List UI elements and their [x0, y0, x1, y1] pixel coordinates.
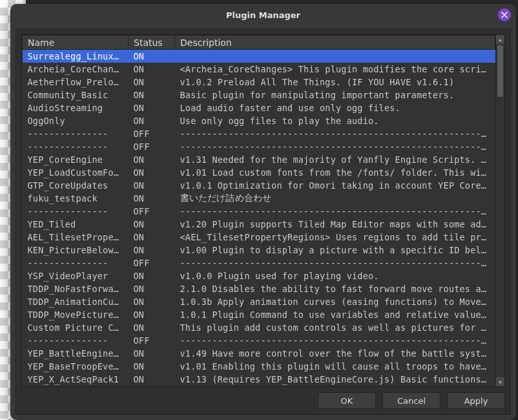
- plugin-status-cell: ON: [129, 89, 175, 101]
- plugin-desc-cell: Basic plugin for manipulating important …: [175, 89, 495, 101]
- plugin-table-scroll[interactable]: Name Status Description Surrealegg_Linux…: [22, 35, 495, 386]
- dialog-footer: OK Cancel Apply: [21, 387, 505, 409]
- plugin-status-cell: OFF: [129, 140, 175, 153]
- plugin-status-cell: ON: [129, 218, 175, 231]
- window-title: Plugin Manager: [226, 10, 300, 20]
- plugin-desc-cell: [175, 50, 495, 63]
- plugin-status-cell: ON: [129, 360, 175, 373]
- plugin-status-cell: ON: [129, 295, 175, 308]
- plugin-status-cell: OFF: [129, 257, 175, 269]
- ok-button[interactable]: OK: [318, 392, 376, 409]
- plugin-desc-cell: v1.31 Needed for the majority of Yanfly …: [175, 153, 495, 166]
- plugin-desc-cell: ----------------------------------------…: [175, 140, 495, 153]
- plugin-status-cell: ON: [129, 373, 175, 386]
- plugin-desc-cell: ----------------------------------------…: [175, 257, 495, 269]
- scrollbar-thumb[interactable]: [497, 45, 503, 97]
- plugin-status-cell: ON: [129, 114, 175, 127]
- plugin-desc-cell: v1.20 Plugin supports Tiled Map Editor m…: [175, 218, 495, 231]
- plugin-desc-cell: v1.0.1 Optimization for Omori taking in …: [175, 179, 495, 192]
- col-header-name[interactable]: Name: [23, 36, 129, 50]
- plugin-status-cell: ON: [129, 282, 175, 295]
- vertical-scrollbar[interactable]: ▴ ▾: [495, 35, 504, 386]
- table-row[interactable]: TDDP_MovePictureExON1.0.1 Plugin Command…: [23, 308, 495, 321]
- table-row[interactable]: YEP_BaseTroopEventsONv1.01 Enabling this…: [23, 360, 495, 373]
- table-row[interactable]: OggOnlyONUse only ogg files to play the …: [23, 114, 495, 127]
- plugin-status-cell: OFF: [129, 205, 175, 218]
- plugin-status-cell: ON: [129, 192, 175, 205]
- table-row[interactable]: ---------------OFF----------------------…: [23, 205, 495, 218]
- scroll-up-button[interactable]: ▴: [496, 35, 504, 44]
- table-row[interactable]: ---------------OFF----------------------…: [23, 140, 495, 153]
- plugin-name-cell: ---------------: [23, 334, 129, 347]
- apply-button[interactable]: Apply: [447, 392, 505, 409]
- plugin-name-cell: TDDP_AnimationCurves: [23, 295, 129, 308]
- plugin-status-cell: ON: [129, 63, 175, 76]
- table-row[interactable]: fuku_testpackON書いただけ詰め合わせ: [23, 192, 495, 205]
- plugin-status-cell: ON: [129, 179, 175, 192]
- plugin-name-cell: TDDP_NoFastForward: [23, 282, 129, 295]
- plugin-status-cell: ON: [129, 231, 175, 244]
- plugin-manager-window: Plugin Manager Name Status Description: [10, 4, 516, 420]
- table-header-row: Name Status Description: [23, 36, 495, 50]
- table-row[interactable]: ---------------OFF----------------------…: [23, 127, 495, 140]
- table-row[interactable]: YED_TiledONv1.20 Plugin supports Tiled M…: [23, 218, 495, 231]
- plugin-desc-cell: 書いただけ詰め合わせ: [175, 192, 495, 205]
- plugin-desc-cell: This plugin add custom controls as well …: [175, 321, 495, 334]
- table-row[interactable]: Community_BasicONBasic plugin for manipu…: [23, 89, 495, 101]
- plugin-desc-cell: v1.49 Have more control over the flow of…: [175, 347, 495, 360]
- plugin-name-cell: KEN_PictureBelowChars: [23, 244, 129, 257]
- table-row[interactable]: Surrealegg_LinuxPatchON: [23, 50, 495, 63]
- plugin-status-cell: ON: [129, 50, 175, 63]
- plugin-desc-cell: v1.0.0 Plugin used for playing video.: [175, 269, 495, 282]
- table-row[interactable]: Archeia_CoreChangesON<Archeia_CoreChange…: [23, 63, 495, 76]
- plugin-desc-cell: ----------------------------------------…: [175, 127, 495, 140]
- table-row[interactable]: ---------------OFF----------------------…: [23, 334, 495, 347]
- plugin-name-cell: Archeia_CoreChanges: [23, 63, 129, 76]
- plugin-name-cell: AEL_TilesetPropertyR…: [23, 231, 129, 244]
- plugin-desc-cell: 2.1.0 Disables the ability to fast forwa…: [175, 282, 495, 295]
- table-row[interactable]: KEN_PictureBelowCharsONv1.00 Plugin to d…: [23, 244, 495, 257]
- table-row[interactable]: GTP_CoreUpdatesONv1.0.1 Optimization for…: [23, 179, 495, 192]
- plugin-name-cell: TDDP_MovePictureEx: [23, 308, 129, 321]
- plugin-name-cell: Custom Picture Contr…: [23, 321, 129, 334]
- plugin-name-cell: GTP_CoreUpdates: [23, 179, 129, 192]
- cancel-button[interactable]: Cancel: [382, 392, 440, 409]
- col-header-description[interactable]: Description: [175, 36, 495, 50]
- table-row[interactable]: Custom Picture Contr…ONThis plugin add c…: [23, 321, 495, 334]
- table-row[interactable]: YEP_CoreEngineONv1.31 Needed for the maj…: [23, 153, 495, 166]
- plugin-desc-cell: <Archeia_CoreChanges> This plugin modifi…: [175, 63, 495, 76]
- scroll-down-button[interactable]: ▾: [496, 377, 504, 386]
- plugin-status-cell: ON: [129, 269, 175, 282]
- plugin-desc-cell: v1.13 (Requires YEP_BattleEngineCore.js)…: [175, 373, 495, 386]
- plugin-name-cell: YEP_BattleEngineCore: [23, 347, 129, 360]
- plugin-status-cell: ON: [129, 166, 175, 179]
- table-row[interactable]: YEP_LoadCustomFontsONv1.01 Load custom f…: [23, 166, 495, 179]
- plugin-status-cell: ON: [129, 153, 175, 166]
- titlebar: Plugin Manager: [10, 4, 516, 26]
- col-header-status[interactable]: Status: [129, 36, 175, 50]
- table-row[interactable]: YSP_VideoPlayerONv1.0.0 Plugin used for …: [23, 269, 495, 282]
- table-row[interactable]: TDDP_NoFastForwardON2.1.0 Disables the a…: [23, 282, 495, 295]
- table-row[interactable]: TDDP_AnimationCurvesON1.0.3b Apply anima…: [23, 295, 495, 308]
- table-row[interactable]: AudioStreamingONLoad audio faster and us…: [23, 101, 495, 114]
- plugin-name-cell: YEP_X_ActSeqPack1: [23, 373, 129, 386]
- chevron-up-icon: ▴: [499, 37, 501, 43]
- plugin-name-cell: ---------------: [23, 140, 129, 153]
- plugin-table-wrap: Name Status Description Surrealegg_Linux…: [21, 34, 505, 387]
- plugin-status-cell: OFF: [129, 127, 175, 140]
- table-row[interactable]: AEL_TilesetPropertyR…ON<AEL_TilesetPrope…: [23, 231, 495, 244]
- plugin-status-cell: OFF: [129, 334, 175, 347]
- plugin-desc-cell: ----------------------------------------…: [175, 334, 495, 347]
- plugin-desc-cell: 1.0.3b Apply animation curves (easing fu…: [175, 295, 495, 308]
- plugin-desc-cell: 1.0.1 Plugin Command to use variables an…: [175, 308, 495, 321]
- plugin-name-cell: YEP_CoreEngine: [23, 153, 129, 166]
- plugin-desc-cell: Use only ogg files to play the audio.: [175, 114, 495, 127]
- table-row[interactable]: Aetherflow_PreloadEv…ONv1.0.2 Preload Al…: [23, 76, 495, 89]
- content-panel: Name Status Description Surrealegg_Linux…: [16, 28, 511, 415]
- plugin-desc-cell: ----------------------------------------…: [175, 205, 495, 218]
- close-button[interactable]: [498, 8, 511, 21]
- table-row[interactable]: YEP_X_ActSeqPack1ONv1.13 (Requires YEP_B…: [23, 373, 495, 386]
- plugin-desc-cell: Load audio faster and use only ogg files…: [175, 101, 495, 114]
- table-row[interactable]: YEP_BattleEngineCoreONv1.49 Have more co…: [23, 347, 495, 360]
- table-row[interactable]: ---------------OFF----------------------…: [23, 257, 495, 269]
